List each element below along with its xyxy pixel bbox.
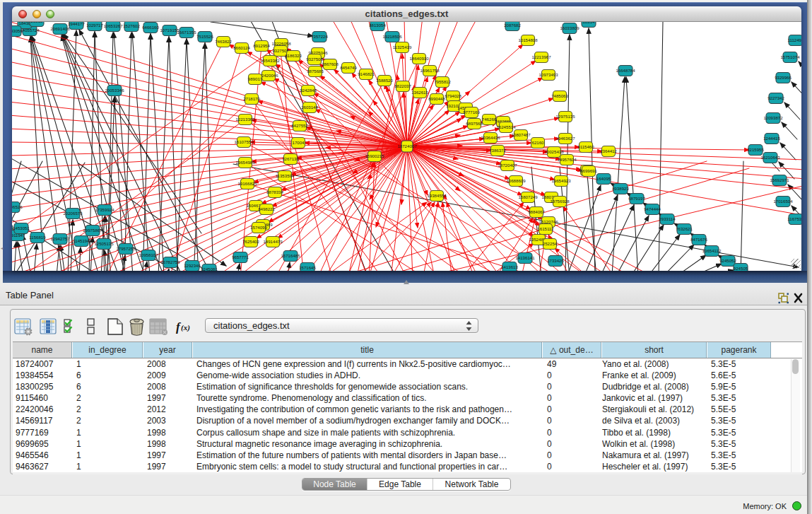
svg-text:15716485: 15716485 bbox=[281, 253, 300, 258]
svg-text:1145194: 1145194 bbox=[73, 238, 90, 243]
svg-text:1029717: 1029717 bbox=[86, 23, 103, 28]
svg-text:7463822: 7463822 bbox=[215, 39, 232, 44]
svg-text:19756928: 19756928 bbox=[550, 199, 570, 204]
svg-text:17004: 17004 bbox=[293, 140, 305, 145]
svg-text:7485063: 7485063 bbox=[551, 93, 568, 98]
svg-text:1413613: 1413613 bbox=[501, 264, 518, 269]
svg-text:1944177: 1944177 bbox=[68, 22, 85, 26]
svg-text:3875685: 3875685 bbox=[307, 69, 324, 74]
svg-text:6897568: 6897568 bbox=[466, 121, 483, 126]
svg-text:1615112: 1615112 bbox=[537, 226, 554, 231]
svg-text:12942757: 12942757 bbox=[50, 236, 70, 241]
svg-text:6879197: 6879197 bbox=[628, 196, 645, 201]
svg-text:1156819: 1156819 bbox=[29, 235, 46, 240]
svg-text:16671355: 16671355 bbox=[177, 30, 196, 35]
svg-text:8912954: 8912954 bbox=[253, 43, 270, 48]
svg-text:9329966: 9329966 bbox=[775, 75, 792, 80]
svg-text:12213967: 12213967 bbox=[531, 54, 551, 59]
svg-text:16782759: 16782759 bbox=[160, 259, 180, 264]
svg-text:2087682: 2087682 bbox=[504, 23, 521, 28]
svg-text:9884067: 9884067 bbox=[528, 209, 545, 214]
svg-text:19654923: 19654923 bbox=[551, 178, 571, 183]
svg-text:20515: 20515 bbox=[31, 22, 44, 23]
svg-text:8427552: 8427552 bbox=[291, 123, 308, 128]
svg-text:9115460: 9115460 bbox=[577, 144, 594, 149]
svg-text:10958107: 10958107 bbox=[139, 252, 158, 257]
svg-text:19463627: 19463627 bbox=[555, 136, 575, 141]
svg-text:14914479: 14914479 bbox=[263, 239, 283, 244]
svg-text:2867608: 2867608 bbox=[322, 62, 339, 66]
svg-text:2603144: 2603144 bbox=[301, 105, 318, 110]
svg-text:17016504: 17016504 bbox=[773, 199, 793, 204]
svg-text:19218506: 19218506 bbox=[382, 34, 402, 39]
svg-text:20053346: 20053346 bbox=[105, 88, 124, 93]
svg-text:1112492: 1112492 bbox=[788, 37, 801, 42]
svg-text:16245514: 16245514 bbox=[496, 124, 516, 129]
svg-text:9657771: 9657771 bbox=[232, 255, 249, 259]
svg-text:10654112: 10654112 bbox=[702, 248, 722, 253]
svg-text:9242848: 9242848 bbox=[300, 88, 317, 93]
svg-text:20364436: 20364436 bbox=[481, 135, 500, 140]
svg-text:6794028: 6794028 bbox=[445, 93, 461, 98]
svg-text:10688609: 10688609 bbox=[506, 178, 526, 183]
svg-text:7625402: 7625402 bbox=[242, 239, 259, 244]
svg-text:3215955: 3215955 bbox=[747, 147, 764, 152]
svg-text:9474444: 9474444 bbox=[644, 206, 661, 211]
svg-text:8498222: 8498222 bbox=[258, 206, 275, 211]
svg-text:6466160: 6466160 bbox=[142, 25, 159, 30]
svg-text:17359924: 17359924 bbox=[95, 207, 114, 212]
svg-text:8938923: 8938923 bbox=[612, 186, 629, 191]
svg-text:1167530: 1167530 bbox=[787, 216, 801, 221]
svg-text:989017: 989017 bbox=[248, 76, 263, 81]
svg-text:3267130: 3267130 bbox=[282, 156, 299, 161]
svg-text:7515526: 7515526 bbox=[196, 34, 213, 39]
svg-text:20206575: 20206575 bbox=[63, 211, 83, 216]
svg-text:18720407: 18720407 bbox=[498, 163, 517, 168]
svg-text:1453051: 1453051 bbox=[13, 226, 30, 230]
svg-text:1527602: 1527602 bbox=[123, 23, 140, 28]
svg-text:8454749: 8454749 bbox=[340, 65, 357, 70]
svg-text:9327508: 9327508 bbox=[306, 57, 323, 62]
svg-text:26106526: 26106526 bbox=[12, 204, 23, 209]
svg-text:9245052: 9245052 bbox=[719, 258, 736, 263]
svg-text:1574099: 1574099 bbox=[250, 225, 267, 230]
svg-text:10154808: 10154808 bbox=[518, 37, 538, 42]
svg-text:(x): (x) bbox=[181, 323, 190, 332]
svg-text:9245081: 9245081 bbox=[201, 267, 218, 271]
svg-text:11353594: 11353594 bbox=[276, 173, 295, 178]
svg-text:18430: 18430 bbox=[19, 22, 32, 25]
svg-text:9777169: 9777169 bbox=[463, 110, 480, 115]
svg-text:7386372: 7386372 bbox=[489, 148, 506, 153]
svg-text:1244415: 1244415 bbox=[763, 136, 780, 141]
svg-text:12093872: 12093872 bbox=[763, 115, 783, 120]
svg-text:18724007: 18724007 bbox=[397, 144, 417, 148]
svg-text:11325419: 11325419 bbox=[393, 45, 412, 49]
svg-text:2718170: 2718170 bbox=[243, 96, 260, 101]
svg-text:1588520: 1588520 bbox=[376, 78, 393, 83]
svg-text:29975867: 29975867 bbox=[83, 228, 102, 233]
svg-text:924505: 924505 bbox=[734, 266, 748, 271]
svg-text:15692971: 15692971 bbox=[770, 177, 789, 182]
svg-text:14957604: 14957604 bbox=[557, 157, 577, 162]
svg-text:7357224: 7357224 bbox=[311, 34, 328, 39]
svg-text:1292346: 1292346 bbox=[184, 263, 201, 268]
svg-text:12505135: 12505135 bbox=[94, 241, 114, 246]
svg-text:15807249: 15807249 bbox=[518, 194, 538, 199]
svg-text:8186323: 8186323 bbox=[285, 53, 302, 58]
svg-text:14136141: 14136141 bbox=[515, 255, 535, 260]
svg-text:16543382: 16543382 bbox=[260, 58, 280, 63]
svg-text:16648784: 16648784 bbox=[616, 68, 635, 73]
svg-text:2364412: 2364412 bbox=[600, 148, 617, 153]
svg-text:16107553: 16107553 bbox=[234, 139, 254, 144]
svg-text:10807487: 10807487 bbox=[511, 132, 531, 137]
svg-text:17957255: 17957255 bbox=[116, 246, 136, 251]
svg-text:7955812: 7955812 bbox=[434, 79, 451, 84]
svg-text:1843056: 1843056 bbox=[12, 28, 23, 33]
svg-text:19654985: 19654985 bbox=[235, 160, 255, 165]
svg-text:1733426: 1733426 bbox=[547, 258, 564, 263]
svg-text:9146821: 9146821 bbox=[358, 71, 375, 76]
svg-text:8822037: 8822037 bbox=[394, 83, 411, 88]
svg-text:16210643: 16210643 bbox=[760, 155, 780, 160]
svg-text:8813054: 8813054 bbox=[369, 23, 386, 28]
svg-text:15900215: 15900215 bbox=[365, 153, 384, 158]
